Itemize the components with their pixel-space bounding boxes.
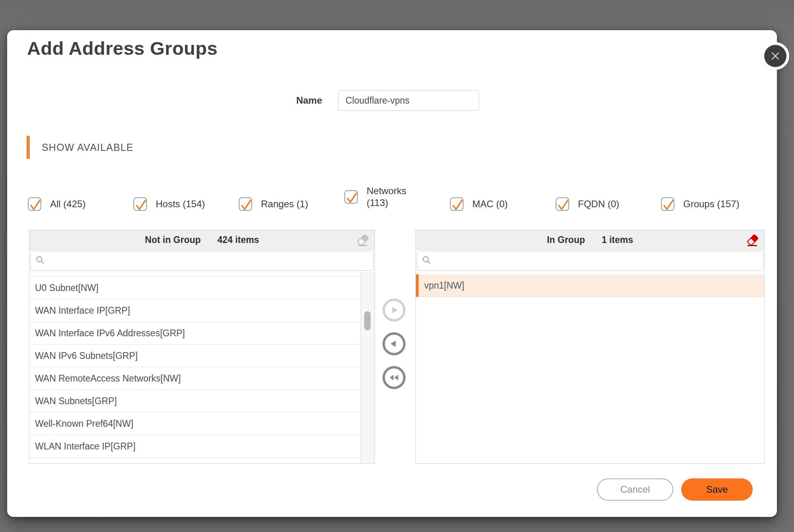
filter-label: Networks (113) bbox=[367, 185, 413, 209]
save-button[interactable]: Save bbox=[681, 478, 753, 501]
panel-item-count: 424 items bbox=[217, 235, 259, 245]
double-arrow-left-icon bbox=[388, 372, 400, 383]
list-item[interactable]: WAN Interface IPv6 Addresses[GRP] bbox=[29, 322, 360, 345]
close-button[interactable] bbox=[764, 45, 786, 67]
list-item-label: WLAN Interface IP[GRP] bbox=[35, 441, 135, 452]
filter-label: Groups (157) bbox=[683, 198, 739, 210]
arrow-right-icon bbox=[389, 305, 399, 315]
filter-label: MAC (0) bbox=[472, 198, 508, 210]
add-address-groups-dialog: Add Address Groups Name SHOW AVAILABLE bbox=[7, 30, 777, 517]
move-all-left-button[interactable] bbox=[383, 366, 406, 389]
clear-selection-button[interactable] bbox=[355, 233, 370, 247]
checkbox-checked[interactable] bbox=[344, 190, 358, 204]
page-title: Add Address Groups bbox=[27, 33, 218, 64]
move-right-button[interactable] bbox=[383, 299, 406, 322]
filter-item: Ranges (1) bbox=[239, 191, 308, 218]
filter-item: Hosts (154) bbox=[133, 191, 205, 218]
not-in-group-panel: Not in Group 424 items bbox=[29, 230, 375, 464]
checkbox-checked[interactable] bbox=[556, 197, 569, 211]
search-input[interactable] bbox=[30, 251, 374, 271]
partial-row bbox=[29, 272, 360, 277]
name-label: Name bbox=[261, 90, 322, 111]
panel-title: In Group bbox=[547, 235, 585, 245]
checkbox-checked[interactable] bbox=[28, 197, 41, 211]
filter-item: All (425) bbox=[28, 191, 85, 218]
list-item-label: vpn1[NW] bbox=[424, 280, 464, 291]
filter-item: MAC (0) bbox=[450, 191, 508, 218]
in-group-panel: In Group 1 items bbox=[415, 230, 765, 464]
filter-label: All (425) bbox=[50, 198, 85, 210]
checkbox-checked[interactable] bbox=[239, 197, 252, 211]
list-item-label: Well-Known Pref64[NW] bbox=[35, 418, 133, 429]
in-group-header: In Group 1 items bbox=[416, 230, 764, 250]
list-item-label: WAN IPv6 Subnets[GRP] bbox=[35, 351, 138, 361]
checkbox-checked[interactable] bbox=[661, 197, 674, 211]
list-item-label: WAN Interface IPv6 Addresses[GRP] bbox=[35, 328, 185, 339]
close-icon bbox=[770, 51, 780, 61]
screen-overlay: Add Address Groups Name SHOW AVAILABLE bbox=[0, 0, 794, 532]
section-accent-bar bbox=[27, 136, 30, 159]
list-item[interactable]: WAN RemoteAccess Networks[NW] bbox=[29, 367, 360, 390]
list-item-label: WAN Interface IP[GRP] bbox=[35, 305, 130, 316]
search-input[interactable] bbox=[417, 251, 763, 271]
scrollbar-track[interactable] bbox=[360, 272, 375, 463]
cancel-button[interactable]: Cancel bbox=[597, 478, 673, 501]
filter-label: Hosts (154) bbox=[156, 198, 205, 210]
list-item[interactable]: Well-Known Pref64[NW] bbox=[29, 412, 360, 435]
in-group-search bbox=[416, 250, 764, 273]
list-item[interactable]: vpn1[NW] bbox=[416, 274, 764, 297]
list-item-label: WAN Subnets[GRP] bbox=[35, 396, 117, 407]
not-in-group-header: Not in Group 424 items bbox=[29, 230, 375, 250]
scrollbar-thumb[interactable] bbox=[364, 311, 371, 330]
filter-item: Groups (157) bbox=[661, 191, 739, 218]
not-in-group-list: U0 Subnet[NW] WAN Interface IP[GRP] WAN … bbox=[29, 272, 360, 463]
section-title: SHOW AVAILABLE bbox=[42, 136, 133, 159]
panel-item-count: 1 items bbox=[602, 235, 633, 245]
not-in-group-search bbox=[29, 250, 375, 273]
list-item[interactable]: WLAN Interface IP[GRP] bbox=[29, 435, 360, 458]
filter-label: Ranges (1) bbox=[261, 198, 308, 210]
list-item[interactable]: WAN IPv6 Subnets[GRP] bbox=[29, 345, 360, 367]
eraser-icon bbox=[355, 233, 370, 247]
list-item[interactable]: WAN Subnets[GRP] bbox=[29, 390, 360, 412]
list-item-label: WAN RemoteAccess Networks[NW] bbox=[35, 373, 181, 384]
clear-group-button[interactable] bbox=[745, 233, 759, 247]
filter-label: FQDN (0) bbox=[578, 198, 619, 210]
arrow-left-icon bbox=[389, 339, 399, 349]
checkbox-checked[interactable] bbox=[450, 197, 464, 211]
list-item[interactable]: WAN Interface IP[GRP] bbox=[29, 299, 360, 322]
eraser-icon-red bbox=[745, 233, 759, 247]
filter-item: FQDN (0) bbox=[556, 191, 619, 218]
name-input[interactable] bbox=[338, 90, 479, 111]
filter-item: Networks (113) bbox=[344, 183, 413, 210]
list-item[interactable]: U0 Subnet[NW] bbox=[29, 277, 360, 299]
move-left-button[interactable] bbox=[383, 332, 406, 355]
in-group-list: vpn1[NW] bbox=[416, 272, 764, 463]
panel-title: Not in Group bbox=[145, 235, 201, 245]
checkbox-checked[interactable] bbox=[133, 197, 147, 211]
list-item-label: U0 Subnet[NW] bbox=[35, 283, 99, 293]
